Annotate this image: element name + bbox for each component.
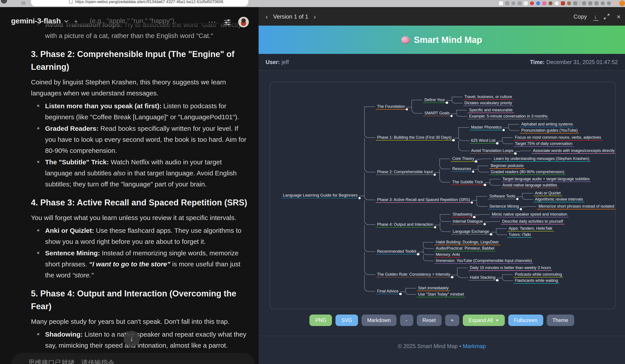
next-version-button[interactable]: › bbox=[313, 13, 317, 20]
pink-extension-icon[interactable] bbox=[542, 1, 546, 5]
mindmap-node[interactable]: Mimic native speaker speed and intonatio… bbox=[490, 212, 568, 217]
mindmap-node[interactable]: Sentence Mining bbox=[488, 204, 520, 209]
prev-version-button[interactable]: ‹ bbox=[265, 13, 269, 20]
mindmap-node[interactable]: Final Advice bbox=[376, 289, 400, 294]
mindmap-node-circle[interactable] bbox=[484, 184, 486, 186]
profile-extension-icon[interactable] bbox=[613, 1, 617, 5]
mindmap-node[interactable]: Use "Start Today" mindset bbox=[417, 292, 466, 297]
search-extension-icon[interactable] bbox=[511, 1, 515, 5]
new-chat-icon[interactable]: + bbox=[74, 17, 78, 25]
theme-button[interactable]: Theme bbox=[547, 314, 574, 326]
monkey2-extension-icon[interactable] bbox=[567, 1, 571, 5]
mindmap-node-circle[interactable] bbox=[450, 115, 453, 117]
mindmap-node-circle[interactable] bbox=[483, 223, 486, 225]
png-button[interactable]: PNG bbox=[310, 314, 332, 326]
mindmap-node-circle[interactable] bbox=[472, 170, 474, 173]
mindmap-node[interactable]: Tutors: iTalki bbox=[507, 232, 532, 237]
mindmap-node[interactable]: Software Tools bbox=[488, 194, 517, 199]
clip-extension-icon[interactable] bbox=[505, 1, 509, 5]
star-extension-icon[interactable] bbox=[518, 1, 522, 5]
mindmap-node-circle[interactable] bbox=[417, 253, 419, 255]
mindmap-node[interactable]: Memorize short phrases instead of isolat… bbox=[537, 204, 616, 209]
mindmap-node[interactable]: SMART Goals bbox=[423, 111, 451, 116]
expand-icon[interactable] bbox=[604, 13, 610, 19]
mindmap-node[interactable]: Shadowing bbox=[451, 212, 474, 217]
reset-button[interactable]: Reset bbox=[417, 314, 441, 326]
mindmap-node-circle[interactable] bbox=[451, 276, 454, 278]
mindmap-node[interactable]: Core Theory bbox=[451, 156, 476, 162]
url-text[interactable]: https://open-webui.yangtzedaidata.site/c… bbox=[75, 0, 243, 4]
mask-extension-icon[interactable] bbox=[524, 1, 528, 5]
mindmap-node[interactable]: Audio/Practical: Pimsleur, Babbel bbox=[435, 246, 496, 251]
mindmap-node[interactable]: Phase 1: Building the Core (First 30 Day… bbox=[376, 135, 453, 140]
mindmap-node[interactable]: Travel, business, or culture bbox=[463, 94, 513, 100]
svg-button[interactable]: SVG bbox=[336, 314, 358, 326]
mindmap-node-circle[interactable] bbox=[452, 139, 455, 141]
mindmap-node[interactable]: Habit Stacking bbox=[469, 275, 497, 280]
mindmap-node-circle[interactable] bbox=[516, 198, 518, 200]
mindmap-node[interactable]: Target 75% of daily conversation bbox=[514, 141, 574, 146]
mindmap-node-circle[interactable] bbox=[399, 293, 402, 295]
mindmap-node-circle[interactable] bbox=[445, 101, 448, 104]
browser-logo-icon[interactable] bbox=[1, 0, 7, 3]
mindmap-node[interactable]: Alphabet and writing systems bbox=[520, 122, 574, 127]
scroll-to-bottom-button[interactable]: ↓ bbox=[124, 331, 140, 347]
notebook-extension-icon[interactable] bbox=[561, 1, 565, 5]
mindmap-node[interactable]: Beginner podcasts bbox=[489, 163, 525, 168]
mindmap-node[interactable]: Daily 15 minutes is better than weekly 3… bbox=[469, 265, 552, 271]
mindmap-node-circle[interactable] bbox=[520, 208, 522, 210]
mindmap-node[interactable]: Pronunciation guides (YouTube) bbox=[520, 128, 579, 133]
facebook-extension-icon[interactable] bbox=[536, 1, 540, 5]
mindmap-node-circle[interactable] bbox=[470, 201, 473, 204]
mindmap-node[interactable]: Anki or Quizlet bbox=[533, 191, 562, 196]
mindmap-node[interactable]: Habit Building: Duolingo, LingoDeer bbox=[435, 240, 500, 245]
mindmap-node[interactable]: Describe daily activities to yourself bbox=[501, 219, 564, 224]
mindmap-node-circle[interactable] bbox=[433, 173, 436, 176]
address-bar[interactable]: https://open-webui.yangtzedaidata.site/c… bbox=[31, 0, 249, 6]
markmap-link[interactable]: Markmap bbox=[463, 343, 486, 349]
mindmap-node-circle[interactable] bbox=[514, 152, 516, 155]
mindmap-node[interactable]: 625 Word List bbox=[470, 138, 497, 143]
mindmap-node[interactable]: Algorithmic review intervals bbox=[533, 197, 584, 202]
mindmap-node[interactable]: Internal Dialogue bbox=[451, 219, 484, 224]
chat-input[interactable]: 思维接口已就绪，请传输指令。 bbox=[11, 353, 255, 364]
mindmap-node[interactable]: Avoid native language subtitles bbox=[501, 183, 559, 188]
mindmap-node[interactable]: Podcasts while commuting bbox=[514, 272, 563, 277]
mindmap-node[interactable]: Resources bbox=[451, 166, 472, 172]
+-button[interactable]: + bbox=[445, 314, 459, 326]
mindmap-node[interactable]: Specific and measurable bbox=[468, 108, 514, 113]
mindmap-node[interactable]: Apps: Tandem, HelloTalk bbox=[507, 226, 554, 231]
reader-extension-icon[interactable] bbox=[499, 1, 503, 5]
apps-grid-icon[interactable] bbox=[21, 1, 26, 5]
mindmap-node[interactable]: Start immediately bbox=[417, 286, 450, 291]
markdown-button[interactable]: Markdown bbox=[361, 314, 396, 326]
mindmap-node[interactable]: Learn by understanding messages (Stephen… bbox=[492, 156, 591, 162]
mindmap-node-circle[interactable] bbox=[358, 197, 361, 199]
mindmap-node[interactable]: Target language audio + target language … bbox=[501, 176, 591, 182]
mindmap-node[interactable]: Avoid Translation Loops bbox=[470, 148, 515, 154]
mindmap-node-circle[interactable] bbox=[502, 129, 505, 131]
paw-extension-icon[interactable] bbox=[607, 1, 611, 5]
user-avatar[interactable] bbox=[238, 17, 249, 28]
mindmap-node[interactable]: Language Exchange bbox=[451, 229, 490, 234]
mindmap-node[interactable]: Associate words with images/concepts dir… bbox=[531, 148, 616, 154]
mindmap-node-circle[interactable] bbox=[434, 226, 436, 228]
mindmap-node[interactable]: Phase 4: Output and Interaction bbox=[376, 222, 435, 227]
chevron-down-icon[interactable] bbox=[64, 20, 69, 23]
mindmap-node[interactable]: Define Your bbox=[423, 97, 446, 103]
mindmap-node-circle[interactable] bbox=[475, 160, 477, 163]
mindmap-node[interactable]: Dictates vocabulary priority bbox=[463, 101, 513, 106]
mindmap-node-circle[interactable] bbox=[496, 142, 499, 144]
mindmap-node[interactable]: Language Learning Guide for Beginners bbox=[281, 193, 359, 198]
mindmap-node[interactable]: Flashcards while waiting bbox=[514, 278, 559, 283]
mindmap-node[interactable]: The Golden Rule: Consistency > Intensity bbox=[376, 272, 452, 277]
browser-profile-icon[interactable] bbox=[619, 0, 625, 6]
mindmap-node-circle[interactable] bbox=[490, 233, 492, 235]
mindmap-node[interactable]: Master Phonetics bbox=[470, 125, 503, 130]
more-options-icon[interactable]: ··· bbox=[209, 19, 217, 25]
download-icon[interactable]: ↓ bbox=[594, 13, 597, 20]
close-icon[interactable]: × bbox=[617, 13, 621, 20]
fullscreen-button[interactable]: Fullscreen bbox=[508, 314, 543, 326]
copy-extension-icon[interactable] bbox=[582, 1, 586, 5]
mindmap-node[interactable]: The Foundation bbox=[376, 104, 406, 109]
